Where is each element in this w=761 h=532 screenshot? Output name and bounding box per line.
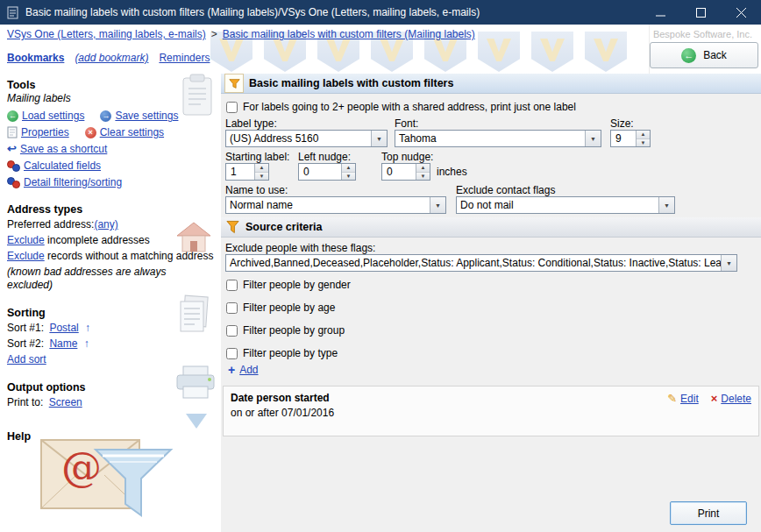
filter-group-checkbox[interactable] <box>226 325 238 337</box>
inches-label: inches <box>437 166 467 178</box>
close-icon <box>736 8 746 18</box>
label-type-dropdown[interactable]: (US) Address 5160 ▼ <box>225 130 388 147</box>
size-down-icon[interactable]: ▼ <box>637 138 650 147</box>
name-dropdown-arrow-icon[interactable]: ▼ <box>430 197 445 213</box>
back-button[interactable]: ← Back <box>650 42 758 68</box>
help-graphic: @ <box>39 421 179 531</box>
minimize-button[interactable] <box>640 0 680 25</box>
edit-criteria-link[interactable]: ✎ Edit <box>667 392 699 405</box>
detail-filtering-link[interactable]: Detail filtering/sorting <box>7 176 214 188</box>
filter-group-label: Filter people by group <box>243 324 345 337</box>
starting-down-icon[interactable]: ▼ <box>255 172 268 181</box>
font-dropdown[interactable]: Tahoma ▼ <box>395 130 601 147</box>
left-nudge-stepper[interactable]: 0 ▲▼ <box>298 163 356 181</box>
filter-gender-checkbox[interactable] <box>226 280 238 291</box>
sidebar: Tools Mailing labels ← Load settings → S… <box>0 74 221 532</box>
filter-group-row[interactable]: Filter people by group <box>226 324 345 337</box>
filter-age-row[interactable]: Filter people by age <box>226 301 335 314</box>
close-button[interactable] <box>721 0 761 25</box>
load-settings-label: Load settings <box>22 110 84 122</box>
top-nudge-up-icon[interactable]: ▲ <box>416 164 430 172</box>
clear-settings-link[interactable]: × Clear settings <box>85 126 164 138</box>
left-nudge-down-icon[interactable]: ▼ <box>342 172 355 181</box>
shortcut-arrow-icon: ↩ <box>7 144 17 154</box>
breadcrumb: VSys One (Letters, mailing labels, e-mai… <box>0 25 761 44</box>
shared-address-checkbox[interactable] <box>226 102 238 113</box>
reminders-link[interactable]: Reminders <box>159 52 210 64</box>
breadcrumb-page-link[interactable]: Basic mailing labels with custom filters… <box>223 28 475 40</box>
left-nudge-up-icon[interactable]: ▲ <box>342 164 355 172</box>
exclude-nomatch-link[interactable]: Exclude <box>7 250 45 262</box>
save-settings-label: Save settings <box>115 110 178 122</box>
page-header: Basic mailing labels with custom filters <box>221 74 761 94</box>
print-button[interactable]: Print <box>670 501 747 525</box>
starting-label-stepper[interactable]: 1 ▲▼ <box>225 163 269 181</box>
bookmarks-link[interactable]: Bookmarks <box>7 52 64 64</box>
name-to-use-label: Name to use: <box>225 184 288 196</box>
top-nudge-label: Top nudge: <box>381 151 433 163</box>
shared-address-checkbox-row[interactable]: For labels going to 2+ people with a sha… <box>226 101 576 113</box>
starting-up-icon[interactable]: ▲ <box>255 164 268 172</box>
down-arrow-icon <box>186 414 207 429</box>
exclude-flags-dropdown[interactable]: Archived,Banned,Deceased,Placeholder,Sta… <box>225 254 737 272</box>
filter-age-checkbox[interactable] <box>226 302 238 314</box>
filter-type-row[interactable]: Filter people by type <box>226 347 338 359</box>
add-bookmark-link[interactable]: (add bookmark) <box>75 52 148 64</box>
maximize-button[interactable] <box>680 0 721 25</box>
sort1-up-icon[interactable]: ↑ <box>85 322 90 334</box>
size-up-icon[interactable]: ▲ <box>637 131 650 138</box>
sort1-link[interactable]: Postal <box>49 322 78 334</box>
properties-link[interactable]: Properties <box>7 126 69 138</box>
edit-label: Edit <box>680 393 699 405</box>
sort2-link[interactable]: Name <box>49 337 77 350</box>
font-label: Font: <box>395 117 418 130</box>
calculated-fields-label: Calculated fields <box>24 160 101 172</box>
delete-criteria-link[interactable]: × Delete <box>711 393 751 405</box>
label-type-dropdown-arrow-icon[interactable]: ▼ <box>371 131 387 146</box>
name-to-use-dropdown[interactable]: Normal name ▼ <box>225 196 446 214</box>
preferred-address-label: Preferred address: <box>7 218 94 231</box>
load-settings-link[interactable]: ← Load settings <box>7 110 84 122</box>
source-funnel-icon <box>226 220 239 234</box>
calculated-fields-link[interactable]: Calculated fields <box>7 160 214 172</box>
delete-x-icon: × <box>711 394 718 403</box>
top-nudge-value: 0 <box>382 164 416 180</box>
filter-age-label: Filter people by age <box>243 301 335 314</box>
left-nudge-value: 0 <box>299 164 341 180</box>
load-settings-icon: ← <box>7 110 18 122</box>
app-icon <box>7 6 18 19</box>
filter-gender-row[interactable]: Filter people by gender <box>226 279 351 291</box>
properties-label: Properties <box>21 126 69 138</box>
title-bar: Basic mailing labels with custom filters… <box>0 0 761 25</box>
funnel-graphic-icon <box>93 445 174 521</box>
exclude-incomplete-link[interactable]: Exclude <box>7 234 45 246</box>
detail-filtering-label: Detail filtering/sorting <box>24 176 122 188</box>
sort1-label: Sort #1: <box>7 322 44 334</box>
filter-gender-label: Filter people by gender <box>243 279 351 291</box>
minimize-icon <box>656 8 665 18</box>
source-criteria-header: Source criteria <box>221 217 761 238</box>
company-name: Bespoke Software, Inc. <box>653 29 752 39</box>
preferred-address-link[interactable]: (any) <box>94 218 117 231</box>
top-nudge-down-icon[interactable]: ▼ <box>416 172 430 181</box>
sort2-up-icon[interactable]: ↑ <box>84 337 89 350</box>
detail-filtering-icon <box>7 177 20 188</box>
add-criteria-link[interactable]: + Add <box>228 363 259 377</box>
contact-flags-dropdown-arrow-icon[interactable]: ▼ <box>658 197 674 213</box>
exclude-flags-dropdown-arrow-icon[interactable]: ▼ <box>721 255 736 271</box>
add-sort-link[interactable]: Add sort <box>7 353 46 365</box>
size-label: Size: <box>610 117 634 130</box>
breadcrumb-app-link[interactable]: VSys One (Letters, mailing labels, e-mai… <box>7 28 206 40</box>
save-shortcut-link[interactable]: ↩ Save as a shortcut <box>7 143 214 155</box>
size-stepper[interactable]: 9 ▲▼ <box>610 130 651 147</box>
font-dropdown-arrow-icon[interactable]: ▼ <box>585 131 601 146</box>
top-nudge-stepper[interactable]: 0 ▲▼ <box>381 163 430 181</box>
exclude-contact-flags-dropdown[interactable]: Do not mail ▼ <box>456 196 675 214</box>
print-to-link[interactable]: Screen <box>49 396 82 408</box>
sort2-label: Sort #2: <box>7 337 44 350</box>
save-settings-link[interactable]: → Save settings <box>100 110 178 122</box>
filter-type-checkbox[interactable] <box>226 348 238 359</box>
exclude-contact-flags-value: Do not mail <box>457 197 658 213</box>
add-plus-icon: + <box>228 363 235 377</box>
starting-label-label: Starting label: <box>225 151 289 163</box>
